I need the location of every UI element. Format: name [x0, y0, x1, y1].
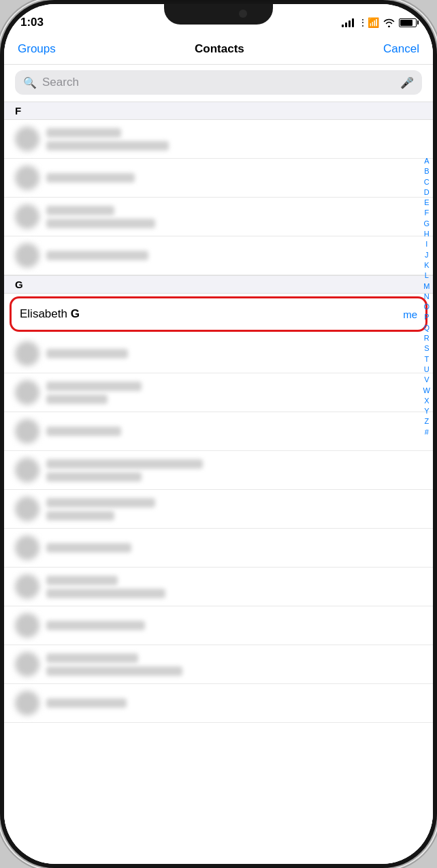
avatar — [15, 574, 39, 599]
alphabet-letter-q[interactable]: Q — [424, 323, 430, 332]
alphabet-letter-i[interactable]: I — [425, 239, 427, 249]
contact-name-blur — [46, 543, 131, 553]
alphabet-letter-r[interactable]: R — [424, 333, 430, 343]
mic-icon[interactable]: 🎤 — [400, 76, 414, 89]
avatar — [15, 204, 39, 229]
list-item[interactable] — [4, 335, 433, 373]
list-item[interactable] — [4, 568, 433, 606]
avatar — [15, 380, 39, 405]
alphabet-letter-s[interactable]: S — [424, 343, 429, 353]
alphabet-letter-n[interactable]: N — [424, 292, 430, 301]
alphabet-sidebar[interactable]: ABCDEFGHIJKLMNOPQRSTUVWXYZ# — [423, 156, 430, 437]
contact-name-blur — [46, 459, 203, 469]
avatar — [15, 652, 39, 677]
list-item[interactable] — [4, 159, 433, 198]
list-item[interactable] — [4, 606, 433, 645]
avatar — [15, 243, 39, 268]
cancel-button[interactable]: Cancel — [383, 42, 419, 56]
avatar — [15, 341, 39, 366]
section-header-f: F — [4, 102, 433, 120]
contact-name-blur — [46, 128, 121, 138]
highlighted-contact-row[interactable]: Elisabeth G me — [10, 296, 427, 332]
alphabet-letter-j[interactable]: J — [425, 250, 429, 260]
wifi-icon: ⋮📶 — [358, 17, 379, 28]
avatar — [15, 613, 39, 638]
alphabet-letter-d[interactable]: D — [424, 187, 430, 197]
nav-title: Contacts — [195, 42, 244, 56]
alphabet-letter-c[interactable]: C — [424, 177, 430, 187]
list-item[interactable] — [4, 490, 433, 529]
contact-detail-blur — [46, 472, 142, 482]
avatar — [15, 691, 39, 715]
search-container: 🔍 Search 🎤 — [4, 65, 433, 102]
alphabet-letter-u[interactable]: U — [424, 365, 430, 374]
nav-bar: Groups Contacts Cancel — [4, 34, 433, 65]
contact-name-blur — [46, 576, 118, 585]
camera-dot — [239, 10, 247, 18]
contact-detail-blur — [46, 219, 155, 228]
avatar — [15, 536, 39, 560]
battery-fill — [400, 20, 412, 26]
alphabet-letter-w[interactable]: W — [423, 386, 430, 395]
search-input[interactable]: Search — [42, 76, 395, 89]
alphabet-letter-p[interactable]: P — [424, 312, 429, 322]
alphabet-letter-k[interactable]: K — [424, 260, 429, 270]
alphabet-letter-e[interactable]: E — [424, 198, 429, 207]
contact-name-blur — [46, 427, 121, 436]
contact-name-blur — [46, 251, 148, 260]
search-bar[interactable]: 🔍 Search 🎤 — [15, 70, 422, 95]
phone-frame: 1:03 ⋮📶 — [0, 0, 437, 868]
avatar — [15, 497, 39, 521]
signal-icon — [342, 18, 354, 27]
alphabet-letter-v[interactable]: V — [424, 375, 429, 384]
avatar — [15, 166, 39, 190]
contact-detail-blur — [46, 511, 114, 521]
alphabet-letter-a[interactable]: A — [424, 156, 429, 166]
alphabet-letter-f[interactable]: F — [424, 208, 429, 217]
contact-name-blur — [46, 498, 155, 508]
alphabet-letter-t[interactable]: T — [424, 354, 429, 364]
alphabet-letter-z[interactable]: Z — [424, 416, 429, 426]
list-item[interactable] — [4, 684, 433, 723]
wifi-icon — [383, 18, 395, 27]
contact-name-blur — [46, 621, 145, 630]
alphabet-letter-g[interactable]: G — [424, 219, 430, 228]
contact-name-blur — [46, 173, 135, 183]
screen-content: Groups Contacts Cancel 🔍 Search 🎤 F — [4, 34, 433, 864]
battery-icon — [399, 18, 417, 27]
notch — [164, 4, 273, 25]
alphabet-letter-#[interactable]: # — [425, 427, 429, 437]
alphabet-letter-y[interactable]: Y — [424, 406, 429, 416]
list-item[interactable] — [4, 645, 433, 684]
phone-inner: 1:03 ⋮📶 — [4, 4, 433, 864]
alphabet-letter-b[interactable]: B — [424, 166, 429, 176]
contact-detail-blur — [46, 589, 165, 598]
avatar — [15, 458, 39, 482]
contact-list[interactable]: F — [4, 102, 433, 864]
contact-name-blur — [46, 698, 127, 708]
alphabet-letter-l[interactable]: L — [425, 270, 429, 280]
groups-button[interactable]: Groups — [18, 42, 56, 56]
alphabet-letter-o[interactable]: O — [424, 302, 430, 311]
avatar — [15, 419, 39, 444]
contact-name-blur — [46, 382, 142, 391]
alphabet-letter-m[interactable]: M — [423, 281, 430, 291]
list-item[interactable] — [4, 529, 433, 568]
list-item[interactable] — [4, 451, 433, 490]
contacts-page: Groups Contacts Cancel 🔍 Search 🎤 F — [4, 34, 433, 864]
contact-name-first: Elisabeth G — [20, 307, 80, 321]
list-item[interactable] — [4, 120, 433, 159]
list-item[interactable] — [4, 236, 433, 275]
avatar — [15, 127, 39, 151]
alphabet-letter-x[interactable]: X — [424, 396, 429, 405]
list-item[interactable] — [4, 198, 433, 236]
contact-name-blur — [46, 206, 114, 215]
list-item[interactable] — [4, 373, 433, 412]
contact-detail-blur — [46, 666, 182, 676]
list-item[interactable] — [4, 412, 433, 451]
search-icon: 🔍 — [23, 76, 37, 89]
contact-name-blur — [46, 349, 128, 358]
contact-detail-blur — [46, 141, 169, 151]
contact-me-tag: me — [403, 309, 417, 320]
alphabet-letter-h[interactable]: H — [424, 229, 430, 238]
